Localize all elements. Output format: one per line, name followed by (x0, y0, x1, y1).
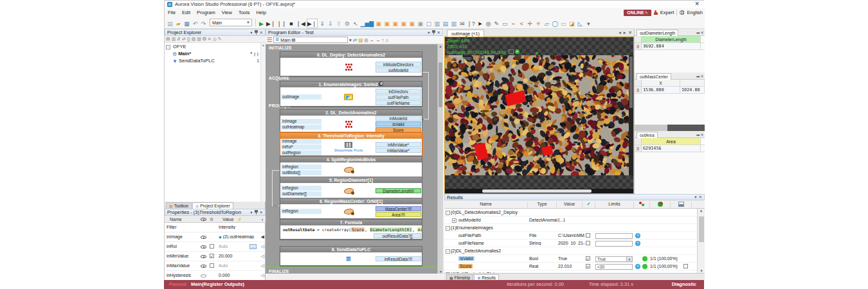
checkbox[interactable] (210, 244, 214, 249)
port-toggle-icon[interactable]: ◁ (261, 244, 264, 249)
up-icon[interactable]: ↑ (382, 37, 384, 43)
help-icon[interactable]: ? (635, 241, 640, 246)
close-icon[interactable]: ✕ (699, 195, 702, 200)
col-check-icon[interactable]: ✓ (583, 202, 595, 209)
explorer-tool-icon-4[interactable]: {} (187, 36, 190, 42)
property-value[interactable]: 20.000 (219, 254, 255, 258)
col-name[interactable]: Name (444, 202, 528, 209)
pin-icon[interactable] (255, 30, 258, 35)
explorer-tool-icon-0[interactable]: ▤ (166, 36, 170, 42)
window-export-button[interactable]: ▣ (400, 19, 407, 29)
tree-item-senddatatoplc[interactable]: ▼ SendDataToPLC 1 (165, 57, 266, 64)
window-preview2-button[interactable]: ▣ (392, 19, 399, 29)
table-row[interactable]: 06291456 (635, 145, 705, 152)
limit-checkbox[interactable] (586, 241, 590, 245)
tree-item-project[interactable]: - OFYE (165, 43, 266, 50)
macrofilter-selector[interactable]: ⚙ Main I0 (273, 37, 348, 43)
ruler-tool-button[interactable]: ▭ (560, 19, 567, 29)
collapse-icon[interactable]: - (166, 45, 170, 49)
previous-button[interactable]: ❘◀ (296, 19, 305, 29)
port-toggle-icon[interactable]: ◁ (261, 263, 264, 268)
property-value[interactable]: Auto (219, 263, 255, 268)
undo-button[interactable]: ↶ (192, 19, 199, 29)
port-outBlobs[][interactable]: outBlobs[] (281, 170, 321, 175)
collapse-overlay-icon[interactable]: « (534, 51, 540, 55)
status-diagnostic[interactable]: Diagnostic (672, 280, 696, 289)
layout-grid-button[interactable]: ▥ (433, 19, 440, 29)
port-inModelDirectory[interactable]: inModelDirectory (375, 62, 421, 67)
port-inRegion[interactable]: inRegion (281, 164, 321, 170)
browse-button[interactable]: ... (249, 244, 257, 249)
property-value[interactable]: Intensity (219, 225, 255, 229)
save-button[interactable]: ▦ (183, 19, 190, 29)
export-icon[interactable]: ⇧ (336, 19, 343, 29)
block-5[interactable]: 5. RegionDiameter[1]inRegionoutDiameter[… (280, 177, 422, 199)
port-inModelId[interactable]: inModelId (375, 116, 421, 121)
program-selector-combo[interactable]: Main▼ (210, 19, 252, 26)
results-row-outFilePath[interactable]: outFilePathFileC:\Users\MM...? (444, 232, 697, 240)
help-icon[interactable]: ? (635, 264, 640, 269)
iterate-button[interactable]: ▶❘ (266, 19, 275, 29)
port-IsValid[interactable]: IsValid (375, 121, 421, 127)
profile-tool-button[interactable]: ◺ (577, 19, 584, 29)
paint-tool-button[interactable]: ◪ (568, 19, 575, 29)
explorer-tool-icon-5[interactable]: ▧ (192, 36, 196, 42)
tab-project-explorer[interactable]: ◎Project Explorer (192, 202, 233, 209)
close-icon[interactable]: ✕ (700, 31, 704, 35)
deploy-icon[interactable]: ⇩ (327, 19, 334, 29)
edit-icon[interactable]: ▨ (358, 37, 363, 43)
window-close-button[interactable]: ✕ (694, 1, 700, 7)
close-icon[interactable]: ✕ (628, 30, 633, 35)
port-inDirectory[interactable]: inDirectory (375, 89, 421, 94)
window-filmstrip-button[interactable]: ▣ (375, 19, 382, 29)
property-row-inHysteresis[interactable]: inHysteresis0.000◁ (165, 271, 266, 281)
results-row-IsValid[interactable]: IsValidBoolTrue✓True▼1/1 (100,00%) (444, 255, 697, 263)
explorer-tool-icon-10[interactable]: ✎ (218, 36, 222, 42)
remove-layer-icon[interactable]: ✕ (515, 49, 520, 54)
tab-outmasscenter[interactable]: outMassCenter (637, 73, 671, 80)
close-icon[interactable]: ✕ (260, 210, 263, 215)
menu-tools[interactable]: Tools (235, 10, 253, 15)
results-row-(2)DL_DetectAnomalies2[interactable]: -(2)DL_DetectAnomalies2 (444, 247, 697, 255)
port-MassCenter?[][interactable]: MassCenter?[] (375, 206, 421, 211)
limit-checkbox[interactable] (586, 233, 590, 238)
explorer-tool-icon-3[interactable]: ⇄ (182, 36, 186, 42)
port-outFileName[interactable]: outFileName (375, 100, 421, 105)
limit-input[interactable] (595, 233, 633, 239)
port-outResultData?[][interactable]: outResultData?[] (374, 233, 421, 238)
port-outRegion[interactable]: outRegion (281, 150, 321, 155)
block-4[interactable]: 4. SplitRegionIntoBlobsinRegionoutBlobs[… (280, 156, 422, 177)
link-icon[interactable]: ⌁ (474, 55, 479, 60)
port-inResultData?[][interactable]: inResultData?[] (375, 256, 421, 261)
checkbox[interactable] (210, 263, 214, 268)
port-toggle-icon[interactable]: ◁ (261, 254, 264, 259)
block-3[interactable]: 3. ThresholdToRegion: IntensityinImagein… (280, 132, 422, 156)
run-button[interactable]: ▶ (258, 19, 265, 29)
checkbox[interactable]: ✓ (210, 254, 214, 258)
eye-icon[interactable] (201, 255, 206, 258)
expander-icon[interactable]: - (446, 249, 450, 254)
eye-icon[interactable] (201, 236, 206, 239)
help-icon[interactable]: ❘? (467, 19, 475, 29)
port-outDiameter[][interactable]: outDiameter[] (281, 191, 321, 197)
close-icon[interactable]: ✕ (437, 30, 440, 35)
port-inRegion[interactable]: inRegion (281, 186, 321, 191)
port-inMaxValue*[interactable]: inMaxValue* (375, 148, 421, 153)
property-row-inMinValue[interactable]: inMinValue✓20.000◁ (165, 252, 266, 261)
chevron-down-icon[interactable]: ▾ (428, 30, 429, 35)
results-row-(0)DL_DetectAnomalies2_Deploy[interactable]: -(0)DL_DetectAnomalies2_Deploy (444, 209, 697, 216)
close-icon[interactable]: ✕ (260, 30, 263, 35)
language-label[interactable]: English (687, 10, 703, 15)
property-row-inRoi[interactable]: inRoiAuto...◁ (165, 242, 266, 252)
help-icon[interactable]: ? (635, 233, 640, 238)
region-select-button[interactable]: ▱ (543, 19, 550, 29)
port-inRoi*[interactable]: inRoi* (281, 144, 321, 150)
tab-outarea[interactable]: outArea (637, 132, 658, 138)
col-type[interactable]: Type (528, 202, 557, 209)
hamburger-icon[interactable]: ☰ (267, 37, 272, 43)
chevron-down-icon[interactable]: ▾ (250, 30, 252, 35)
col-status-icon[interactable] (634, 202, 650, 209)
limit-input[interactable] (595, 241, 633, 247)
tree-item-main[interactable]: ⚙ Main* * ❘❘ (165, 50, 266, 57)
explorer-tool-icon-6[interactable]: ▨ (197, 36, 201, 42)
